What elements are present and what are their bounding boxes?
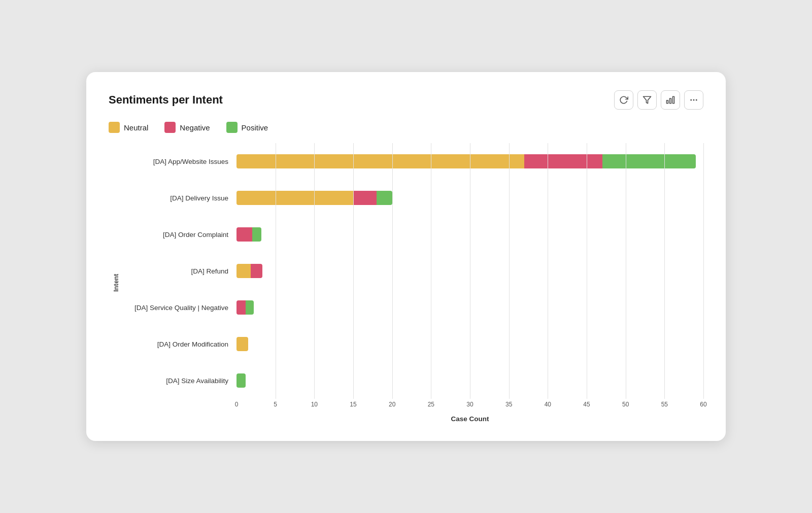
bar-label: [DA] Order Modification	[120, 340, 236, 348]
bar-segment-neutral	[236, 154, 524, 168]
chart-card: Sentiments per Intent Neutral Negative P…	[86, 72, 726, 441]
x-tick-10: 10	[311, 401, 318, 408]
x-axis-label: Case Count	[120, 415, 703, 423]
x-tick-20: 20	[389, 401, 395, 408]
chart-title: Sentiments per Intent	[109, 93, 223, 107]
bar-row: [DA] Delivery Issue	[120, 180, 703, 216]
bar-label: [DA] Service Quality | Negative	[120, 304, 236, 312]
more-button[interactable]	[684, 90, 703, 110]
bar-segment-positive	[252, 227, 261, 242]
bar-label: [DA] Refund	[120, 267, 236, 275]
bar-segment-positive	[602, 154, 696, 168]
x-tick-45: 45	[583, 401, 590, 408]
bar-label: [DA] Order Complaint	[120, 231, 236, 238]
bar-label: [DA] Delivery Issue	[120, 194, 236, 202]
legend-label-neutral: Neutral	[124, 123, 148, 132]
legend-color-positive	[226, 122, 238, 133]
bar-row: [DA] Order Complaint	[120, 216, 703, 253]
x-tick-5: 5	[274, 401, 277, 408]
bar-track	[236, 227, 703, 242]
bar-segment-positive	[377, 191, 392, 205]
svg-rect-1	[673, 96, 674, 104]
svg-point-6	[696, 99, 697, 101]
bar-label: [DA] Size Availability	[120, 377, 236, 385]
x-tick-35: 35	[505, 401, 512, 408]
bar-row: [DA] Service Quality | Negative	[120, 289, 703, 326]
x-tick-0: 0	[235, 401, 239, 408]
bar-segment-neutral	[236, 337, 248, 351]
bar-row: [DA] Refund	[120, 253, 703, 289]
bar-segment-negative	[236, 227, 252, 242]
bar-segment-negative	[236, 300, 246, 315]
x-tick-15: 15	[350, 401, 356, 408]
svg-marker-0	[644, 96, 651, 104]
svg-point-5	[693, 99, 695, 101]
x-tick-25: 25	[428, 401, 434, 408]
bar-row: [DA] Size Availability	[120, 362, 703, 399]
svg-rect-3	[667, 100, 668, 104]
bar-segment-neutral	[236, 264, 251, 278]
x-axis: 051015202530354045505560 Case Count	[120, 401, 703, 423]
svg-point-4	[690, 99, 692, 101]
bars-and-grid: [DA] App/Website Issues[DA] Delivery Iss…	[120, 143, 703, 399]
bar-row: [DA] App/Website Issues	[120, 143, 703, 180]
filter-button[interactable]	[637, 90, 657, 110]
bar-row: [DA] Order Modification	[120, 326, 703, 362]
toolbar	[614, 90, 703, 110]
bar-track	[236, 154, 703, 168]
legend: Neutral Negative Positive	[109, 122, 703, 133]
bar-label: [DA] App/Website Issues	[120, 158, 236, 165]
bar-segment-positive	[236, 373, 246, 388]
legend-item-neutral: Neutral	[109, 122, 148, 133]
chart-inner: [DA] App/Website Issues[DA] Delivery Iss…	[120, 143, 703, 423]
bar-segment-negative	[524, 154, 602, 168]
x-tick-40: 40	[545, 401, 551, 408]
bar-track	[236, 373, 703, 388]
refresh-button[interactable]	[614, 90, 633, 110]
bar-track	[236, 337, 703, 351]
bar-track	[236, 300, 703, 315]
bar-track	[236, 264, 703, 278]
legend-label-negative: Negative	[180, 123, 210, 132]
bar-segment-neutral	[236, 191, 353, 205]
legend-color-neutral	[109, 122, 120, 133]
card-header: Sentiments per Intent	[109, 90, 703, 110]
chart-area: Intent [DA] App/Website Issues[DA] Deliv…	[109, 143, 703, 423]
bar-segment-positive	[246, 300, 253, 315]
x-tick-30: 30	[466, 401, 473, 408]
legend-label-positive: Positive	[242, 123, 268, 132]
x-tick-60: 60	[700, 401, 706, 408]
y-axis-label: Intent	[109, 143, 120, 423]
legend-item-negative: Negative	[164, 122, 210, 133]
svg-rect-2	[670, 98, 671, 104]
legend-color-negative	[164, 122, 176, 133]
chart-type-button[interactable]	[661, 90, 680, 110]
grid-line-60	[703, 143, 704, 399]
legend-item-positive: Positive	[226, 122, 268, 133]
bar-segment-negative	[251, 264, 262, 278]
bar-segment-negative	[353, 191, 377, 205]
x-tick-50: 50	[622, 401, 629, 408]
x-tick-55: 55	[661, 401, 668, 408]
bar-track	[236, 191, 703, 205]
